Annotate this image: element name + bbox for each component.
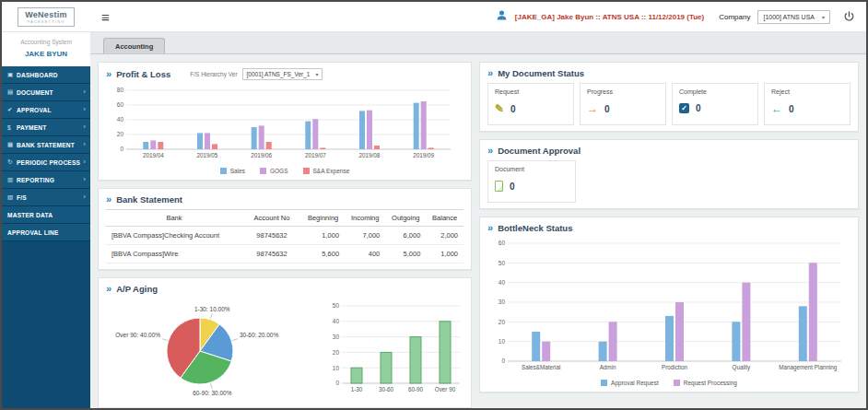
logout-icon[interactable]: [843, 11, 855, 23]
fs-icon: ▧: [7, 193, 17, 201]
ap-aging-pie-chart: 1-30: 10.00%30-60: 20.00%60-90: 30.00%Ov…: [106, 299, 301, 402]
fs-hierarchy-select[interactable]: [0001] ATNS_FS_Ver_1 ▾: [242, 68, 323, 80]
panel-arrow-icon: »: [106, 284, 111, 294]
user-icon: [496, 8, 508, 25]
svg-text:60-90: 30.00%: 60-90: 30.00%: [193, 390, 232, 396]
profit-loss-chart: 0204060802019/042019/052019/062019/07201…: [106, 85, 463, 174]
sidebar-item-master-data[interactable]: MASTER DATA: [2, 206, 90, 224]
document-approval-cards: Document 0: [487, 160, 850, 203]
panel-arrow-icon: »: [487, 146, 493, 156]
sidebar-item-label: PAYMENT: [17, 124, 83, 131]
svg-text:2019/04: 2019/04: [143, 152, 164, 158]
bank-column-header: Outgoing: [385, 210, 426, 227]
menu-toggle-icon[interactable]: ≡: [101, 10, 110, 24]
status-card-reject[interactable]: Reject ←0: [764, 83, 850, 125]
chevron-right-icon: ›: [83, 141, 86, 148]
status-card-document[interactable]: Document 0: [487, 160, 576, 203]
bank-column-header: Beginning: [301, 210, 345, 227]
sidebar-username: JAKE BYUN: [2, 50, 90, 58]
svg-text:Management Planning: Management Planning: [779, 364, 838, 371]
card-count: 0: [604, 104, 610, 114]
legend-item: Sales: [220, 168, 245, 174]
topbar-right: [JAKE_GA] Jake Byun :: ATNS USA :: 11/12…: [496, 8, 866, 25]
sidebar-item-approval-line[interactable]: APPROVAL LINE: [2, 224, 90, 241]
svg-text:Quality: Quality: [733, 364, 751, 371]
tab-accounting[interactable]: Accounting: [103, 38, 165, 53]
svg-text:60: 60: [117, 101, 124, 108]
chevron-right-icon: ›: [83, 123, 86, 131]
svg-text:2019/07: 2019/07: [305, 152, 326, 158]
chevron-down-icon: ▾: [822, 14, 825, 20]
bank-column-header: Balance: [426, 210, 463, 227]
panel-title: BottleNeck Status: [498, 223, 572, 233]
sidebar-item-reporting[interactable]: ▥REPORTING›: [2, 171, 90, 189]
bank-cell: 1,000: [301, 227, 345, 245]
panel-bottleneck-status: » BottleNeck Status 0102030405060Sales&M…: [479, 217, 859, 392]
card-count: 0: [789, 104, 794, 114]
chevron-right-icon: ›: [83, 88, 86, 96]
panel-document-approval: » Document Approval Document 0: [479, 139, 859, 209]
bank-cell: [BBVA Compass]Checking Account: [106, 227, 242, 245]
bank-row[interactable]: [BBVA Compass]Wire987456325,6004005,0001…: [106, 245, 463, 264]
panel-my-document-status: » My Document Status Request ✎0Progress …: [479, 62, 859, 132]
svg-text:50: 50: [499, 260, 506, 266]
brand-name: WeNestim: [25, 10, 67, 19]
sidebar-item-document[interactable]: ▤DOCUMENT›: [2, 84, 90, 101]
dashboard-icon: ▣: [7, 71, 17, 78]
bank-statement-table: BankAccount NoBeginningIncomingOutgoingB…: [106, 209, 463, 264]
panel-arrow-icon: »: [487, 223, 493, 233]
sidebar-item-f-s[interactable]: ▧F/S›: [2, 189, 90, 206]
status-card-progress[interactable]: Progress →0: [580, 83, 666, 125]
main-content: Accounting » Profit & Loss F/S Hierarchy…: [90, 32, 866, 408]
panel-title: Document Approval: [498, 146, 581, 156]
sidebar-item-approval[interactable]: ✔APPROVAL›: [2, 101, 90, 119]
system-name: Accounting System: [2, 39, 90, 45]
card-count: 0: [696, 103, 701, 113]
bank-cell: 98745632: [242, 227, 301, 245]
panel-title: A/P Aging: [116, 284, 158, 294]
logo[interactable]: WeNestim PACESETTING: [2, 7, 90, 27]
company-select[interactable]: [1000] ATNS USA ▾: [757, 10, 830, 24]
reporting-icon: ▥: [7, 176, 17, 183]
tab-bar: Accounting: [90, 32, 866, 54]
svg-text:40: 40: [333, 318, 340, 324]
svg-text:30-60: 30-60: [379, 386, 394, 392]
sidebar-item-bank-statement[interactable]: ▦BANK STATEMENT›: [2, 136, 90, 154]
panel-bank-statement: » Bank Statement BankAccount NoBeginning…: [98, 188, 472, 270]
status-card-complete[interactable]: Complete ✓0: [672, 83, 758, 125]
bank-column-header: Incoming: [345, 210, 385, 227]
chart-legend: SalesGOGSS&A Expense: [106, 168, 463, 174]
svg-text:40: 40: [499, 279, 506, 286]
bank-cell: 1,000: [426, 245, 463, 264]
chevron-right-icon: ›: [83, 158, 86, 166]
bank-cell: 6,000: [385, 227, 426, 245]
company-label: Company: [719, 13, 750, 21]
chevron-right-icon: ›: [83, 193, 86, 201]
sidebar-item-payment[interactable]: $PAYMENT›: [2, 119, 90, 136]
panel-title: My Document Status: [498, 68, 584, 78]
bank-cell: 2,000: [426, 227, 463, 245]
bank-cell: 7,000: [345, 227, 385, 245]
svg-text:10: 10: [499, 338, 506, 345]
bank-column-header: Bank: [106, 210, 242, 227]
sidebar: Accounting System JAKE BYUN ▣DASHBOARD▤D…: [2, 32, 90, 408]
card-label: Complete: [679, 88, 751, 95]
card-label: Document: [495, 166, 569, 172]
card-count: 0: [510, 182, 515, 192]
svg-text:Admin: Admin: [600, 364, 616, 370]
arrow-left-icon: ←: [771, 103, 782, 114]
panel-title: Bank Statement: [116, 194, 182, 205]
bank-row[interactable]: [BBVA Compass]Checking Account987456321,…: [106, 227, 463, 245]
svg-text:1-30: 10.00%: 1-30: 10.00%: [194, 306, 230, 312]
sidebar-item-label: REPORTING: [17, 177, 83, 183]
panel-arrow-icon: »: [106, 194, 111, 205]
bank-cell: 98745632: [242, 245, 301, 264]
panel-arrow-icon: »: [106, 69, 111, 79]
legend-item: Approval Request: [601, 380, 659, 386]
svg-text:20: 20: [333, 349, 340, 356]
svg-text:30-60: 20.00%: 30-60: 20.00%: [240, 332, 279, 338]
svg-text:50: 50: [333, 302, 340, 309]
status-card-request[interactable]: Request ✎0: [487, 83, 574, 125]
sidebar-item-dashboard[interactable]: ▣DASHBOARD: [2, 66, 90, 84]
sidebar-item-periodic-process[interactable]: ↻PERIODIC PROCESS›: [2, 154, 90, 171]
